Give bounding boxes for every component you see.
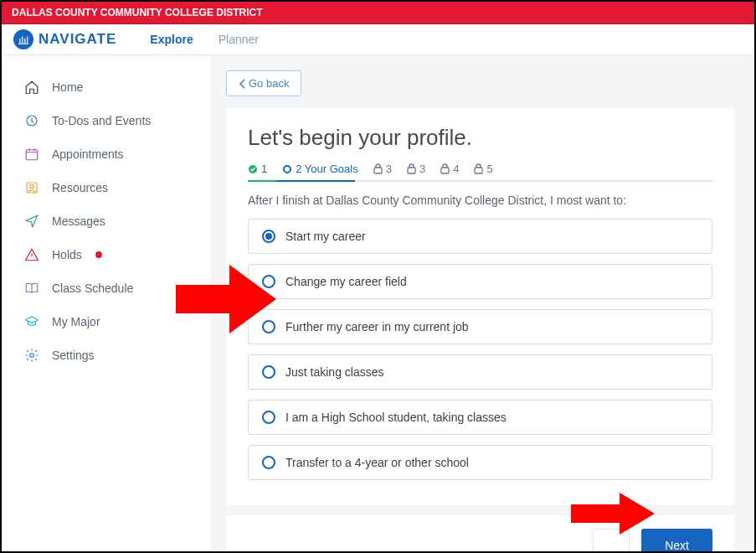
step-indicator: 1 2 Your Goals 3 3 4 (248, 163, 712, 175)
go-back-label: Go back (249, 77, 289, 90)
main-content: Go back Let's begin your profile. 1 2 Yo… (211, 55, 754, 553)
circle-icon (282, 164, 292, 174)
sidebar-item-appointments[interactable]: Appointments (2, 137, 211, 171)
sidebar-item-label: Messages (52, 214, 105, 228)
lock-icon (373, 163, 383, 174)
step-underline (248, 180, 712, 182)
svg-rect-9 (441, 168, 449, 173)
svg-rect-8 (408, 168, 415, 173)
option-label: Transfer to a 4-year or other school (285, 456, 469, 469)
radio-icon (262, 320, 275, 333)
sidebar-item-label: Class Schedule (52, 282, 133, 295)
brand[interactable]: NAVIGATE (13, 29, 116, 49)
nav-tabs: Explore Planner (150, 29, 259, 49)
question-prompt: After I finish at Dallas County Communit… (248, 194, 712, 207)
radio-icon (262, 456, 275, 469)
option-change-field[interactable]: Change my career field (248, 264, 712, 299)
sidebar-item-label: To-Dos and Events (52, 114, 151, 127)
book-icon (23, 280, 40, 297)
todos-icon (23, 112, 40, 129)
chevron-left-icon (239, 79, 245, 89)
step-5: 4 (440, 163, 459, 175)
org-topbar: DALLAS COUNTY COMMUNITY COLLEGE DISTRICT (2, 2, 754, 24)
option-label: I am a High School student, taking class… (285, 411, 507, 424)
svg-point-3 (30, 184, 34, 189)
svg-rect-10 (475, 168, 482, 173)
alert-icon (23, 246, 40, 263)
svg-rect-1 (26, 150, 38, 160)
resources-icon (23, 179, 40, 196)
radio-icon (262, 365, 275, 379)
grad-cap-icon (23, 313, 40, 330)
sidebar-item-label: Settings (52, 349, 95, 362)
option-label: Change my career field (285, 275, 407, 288)
radio-icon (262, 411, 275, 424)
sidebar-item-label: Resources (52, 181, 108, 194)
sidebar-item-label: Appointments (52, 147, 124, 161)
lock-icon (407, 163, 416, 174)
tab-planner[interactable]: Planner (219, 29, 259, 49)
option-further-career[interactable]: Further my career in my current job (248, 309, 712, 344)
sidebar: Home To-Dos and Events Appointments Reso… (2, 55, 211, 553)
sidebar-item-label: My Major (52, 315, 100, 328)
sidebar-item-messages[interactable]: Messages (2, 204, 211, 238)
option-highschool[interactable]: I am a High School student, taking class… (248, 400, 712, 435)
option-taking-classes[interactable]: Just taking classes (248, 354, 712, 390)
sidebar-item-home[interactable]: Home (2, 70, 211, 104)
radio-icon (262, 275, 275, 288)
option-transfer[interactable]: Transfer to a 4-year or other school (248, 445, 712, 480)
tab-explore[interactable]: Explore (150, 29, 193, 49)
home-icon (23, 79, 40, 96)
calendar-icon (23, 146, 40, 163)
step-6: 5 (474, 163, 492, 175)
sidebar-item-label: Holds (52, 248, 82, 261)
option-label: Start my career (285, 230, 366, 243)
brand-name: NAVIGATE (39, 31, 116, 48)
org-name: DALLAS COUNTY COMMUNITY COLLEGE DISTRICT (12, 7, 263, 18)
send-icon (23, 213, 40, 230)
brand-logo-icon (13, 29, 33, 49)
step-3: 3 (373, 163, 392, 175)
option-label: Just taking classes (285, 365, 384, 379)
check-circle-icon (248, 164, 258, 174)
sidebar-item-todos[interactable]: To-Dos and Events (2, 104, 211, 137)
page-title: Let's begin your profile. (248, 125, 712, 151)
svg-point-4 (30, 354, 34, 358)
step-4: 3 (407, 163, 425, 175)
step-1[interactable]: 1 (248, 163, 267, 175)
lock-icon (474, 163, 483, 174)
prev-button[interactable] (593, 529, 630, 553)
svg-rect-7 (374, 168, 382, 173)
sidebar-item-settings[interactable]: Settings (2, 339, 211, 372)
option-start-career[interactable]: Start my career (248, 219, 712, 254)
go-back-button[interactable]: Go back (226, 70, 301, 96)
sidebar-item-holds[interactable]: Holds (2, 238, 211, 271)
sidebar-item-resources[interactable]: Resources (2, 171, 211, 204)
footer-actions: Next (226, 515, 734, 553)
option-label: Further my career in my current job (285, 320, 469, 333)
sidebar-item-label: Home (52, 80, 83, 94)
next-button[interactable]: Next (641, 529, 712, 553)
radio-icon (262, 230, 275, 243)
sidebar-item-major[interactable]: My Major (2, 305, 211, 339)
sidebar-item-schedule[interactable]: Class Schedule (2, 271, 211, 305)
profile-card: Let's begin your profile. 1 2 Your Goals… (226, 108, 734, 505)
notification-dot-icon (95, 251, 102, 258)
lock-icon (440, 163, 450, 174)
global-nav: NAVIGATE Explore Planner (2, 24, 754, 55)
step-2[interactable]: 2 Your Goals (282, 163, 357, 175)
gear-icon (23, 347, 40, 364)
svg-point-6 (284, 166, 291, 173)
